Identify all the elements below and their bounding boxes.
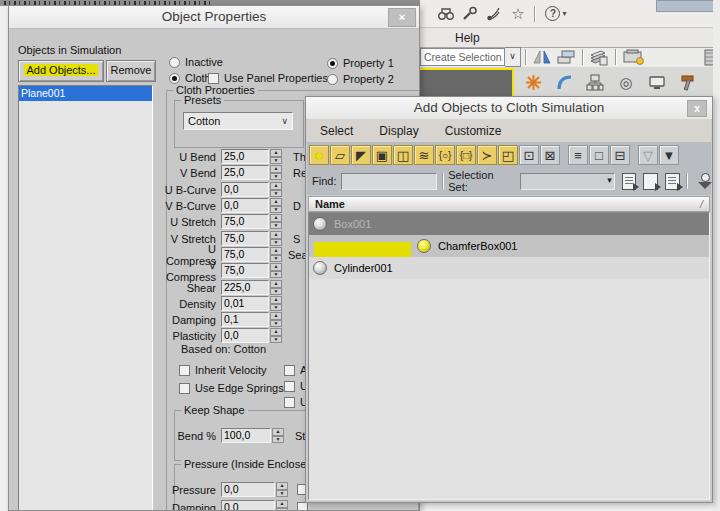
param-spinner[interactable] bbox=[270, 280, 282, 295]
combo-dropdown-icon[interactable]: ∨ bbox=[505, 47, 521, 67]
layers-icon[interactable] bbox=[554, 48, 578, 66]
list-row-chamferbox001[interactable]: ChamferBox001 bbox=[309, 235, 709, 257]
view-outline-icon[interactable]: ≡ bbox=[568, 145, 588, 165]
frozen-filter-icon[interactable]: ⊡ bbox=[519, 145, 539, 165]
scene-layers-stack-icon[interactable] bbox=[587, 48, 611, 66]
geometry-filter-icon[interactable]: ● bbox=[309, 145, 329, 165]
render-setup-icon[interactable] bbox=[620, 48, 650, 66]
inactive-radio[interactable]: Inactive bbox=[169, 56, 223, 68]
find-input[interactable] bbox=[341, 173, 437, 190]
display-tab-icon[interactable] bbox=[643, 70, 671, 96]
remove-button[interactable]: Remove bbox=[106, 60, 156, 82]
name-column-header[interactable]: Name bbox=[315, 198, 345, 210]
hierarchy-tab-icon[interactable] bbox=[581, 70, 609, 96]
param-spinner[interactable] bbox=[270, 231, 282, 246]
param-spinner[interactable] bbox=[270, 263, 282, 278]
param-field[interactable]: 75,0 bbox=[221, 247, 269, 262]
cameras-filter-icon[interactable]: ▣ bbox=[372, 145, 392, 165]
param-field[interactable]: 25,0 bbox=[221, 165, 269, 180]
utilities-tab-icon[interactable] bbox=[674, 70, 702, 96]
filter-set-icon[interactable]: ▼ bbox=[659, 145, 679, 165]
presets-dropdown[interactable]: Cotton ∨ bbox=[183, 112, 293, 130]
motion-tab-icon[interactable]: ◎ bbox=[612, 70, 640, 96]
simulation-objects-list[interactable]: Plane001 bbox=[18, 85, 153, 511]
add-objects-button[interactable]: Add Objects... bbox=[18, 60, 104, 82]
select-all-icon[interactable] bbox=[622, 173, 637, 190]
view-blank-icon[interactable]: □ bbox=[589, 145, 609, 165]
param-field[interactable]: 75,0 bbox=[221, 214, 269, 229]
wrench-icon[interactable] bbox=[458, 3, 482, 25]
favorites-star-icon[interactable]: ☆ bbox=[506, 3, 530, 25]
object-properties-titlebar[interactable]: Object Properties bbox=[9, 6, 419, 29]
param-spinner[interactable] bbox=[270, 312, 282, 327]
param-field[interactable]: 0,0 bbox=[221, 328, 269, 343]
param-spinner[interactable] bbox=[272, 428, 284, 443]
select-none-icon[interactable] bbox=[643, 173, 658, 190]
menu-customize[interactable]: Customize bbox=[445, 124, 502, 138]
selection-set-dropdown[interactable]: ▾ bbox=[520, 173, 615, 190]
modify-tab-icon[interactable] bbox=[550, 70, 578, 96]
pressure-field[interactable]: 0,0 bbox=[221, 482, 275, 497]
select-invert-icon[interactable] bbox=[665, 173, 680, 190]
named-selection-set-combo[interactable]: Create Selection Se bbox=[420, 48, 505, 66]
param-spinner[interactable] bbox=[276, 482, 288, 497]
objects-in-simulation-label: Objects in Simulation bbox=[18, 44, 121, 56]
hidden-filter-icon[interactable]: ⊠ bbox=[540, 145, 560, 165]
param-spinner[interactable] bbox=[270, 328, 282, 343]
list-item[interactable]: Plane001 bbox=[19, 86, 152, 101]
partial-checkbox[interactable]: A bbox=[284, 364, 307, 376]
helpers-filter-icon[interactable]: ◫ bbox=[393, 145, 413, 165]
close-icon[interactable]: × bbox=[388, 8, 416, 27]
list-row-box001[interactable]: Box001 bbox=[309, 213, 709, 235]
bend-field[interactable]: 100,0 bbox=[221, 428, 271, 443]
list-row-cylinder001[interactable]: Cylinder001 bbox=[309, 257, 709, 279]
list-header[interactable]: Name / bbox=[308, 196, 710, 212]
filter-funnel-icon[interactable]: ▽ bbox=[638, 145, 658, 165]
param-field[interactable]: 0,1 bbox=[221, 312, 269, 327]
param-field[interactable]: 225,0 bbox=[221, 280, 269, 295]
param-field[interactable]: 0,0 bbox=[221, 182, 269, 197]
groups-filter-icon[interactable]: {○} bbox=[435, 145, 455, 165]
param-spinner[interactable] bbox=[270, 214, 282, 229]
param-field[interactable]: 0,01 bbox=[221, 296, 269, 311]
param-field[interactable]: 25,0 bbox=[221, 149, 269, 164]
inherit-velocity-checkbox[interactable]: Inherit Velocity bbox=[179, 364, 267, 376]
property1-radio[interactable]: Property 1 bbox=[327, 57, 394, 69]
param-spinner[interactable] bbox=[270, 247, 282, 262]
close-icon[interactable]: x bbox=[687, 100, 707, 117]
create-tab-icon[interactable] bbox=[519, 70, 547, 96]
param-spinner[interactable] bbox=[270, 165, 282, 180]
param-field[interactable]: 0,0 bbox=[221, 198, 269, 213]
mirror-icon[interactable] bbox=[530, 48, 554, 66]
param-field[interactable]: 75,0 bbox=[221, 263, 269, 278]
bones-filter-icon[interactable]: ≻ bbox=[477, 145, 497, 165]
lights-filter-icon[interactable]: ◤ bbox=[351, 145, 371, 165]
menu-help[interactable]: Help bbox=[455, 31, 480, 45]
partial-checkbox[interactable] bbox=[297, 502, 308, 511]
menu-select[interactable]: Select bbox=[320, 124, 353, 138]
view-columns-icon[interactable]: ⊟ bbox=[610, 145, 630, 165]
param-spinner[interactable] bbox=[270, 296, 282, 311]
xrefs-filter-icon[interactable]: {□} bbox=[456, 145, 476, 165]
add-objects-titlebar[interactable]: Add Objects to Cloth Simulation bbox=[306, 97, 712, 120]
damping-field[interactable]: 0,0 bbox=[221, 500, 275, 511]
shapes-filter-icon[interactable]: ▱ bbox=[330, 145, 350, 165]
param-field[interactable]: 75,0 bbox=[221, 231, 269, 246]
help-icon[interactable]: ? ▾ bbox=[539, 3, 573, 25]
use-panel-properties-checkbox[interactable]: Use Panel Properties bbox=[208, 72, 328, 84]
cloth-radio[interactable]: Cloth bbox=[169, 72, 211, 84]
communication-antenna-icon[interactable] bbox=[482, 3, 506, 25]
containers-filter-icon[interactable]: ◰ bbox=[498, 145, 518, 165]
property2-radio[interactable]: Property 2 bbox=[327, 73, 394, 85]
named-selection-sets-icon[interactable] bbox=[697, 173, 712, 189]
search-binoculars-icon[interactable] bbox=[434, 3, 458, 25]
spacewarps-filter-icon[interactable]: ≋ bbox=[414, 145, 434, 165]
param-spinner[interactable] bbox=[270, 149, 282, 164]
menu-display[interactable]: Display bbox=[379, 124, 418, 138]
param-spinner[interactable] bbox=[270, 182, 282, 197]
param-spinner[interactable] bbox=[270, 198, 282, 213]
active-viewport-fragment[interactable] bbox=[420, 68, 514, 98]
use-edge-springs-checkbox[interactable]: Use Edge Springs bbox=[179, 382, 284, 394]
objects-list[interactable]: Box001 ChamferBox001 Cylinder001 bbox=[308, 212, 710, 500]
param-spinner[interactable] bbox=[276, 500, 288, 511]
